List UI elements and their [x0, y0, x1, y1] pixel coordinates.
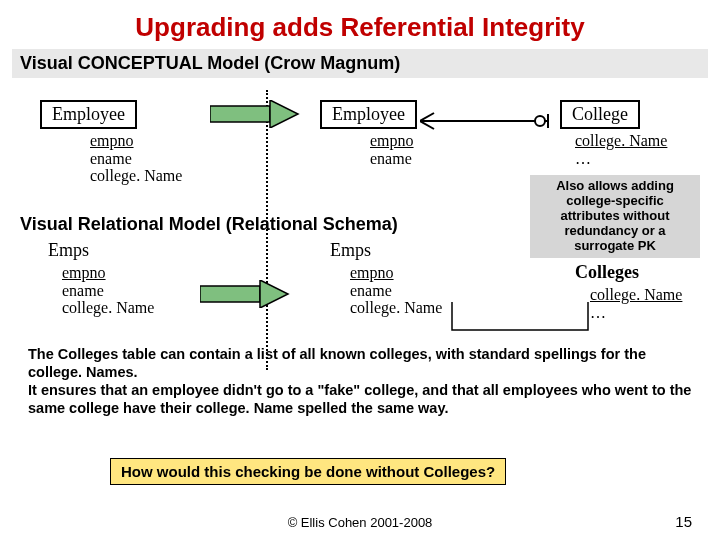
attr: … — [575, 150, 667, 168]
svg-marker-8 — [260, 280, 288, 308]
attrs-employee-left: empno ename college. Name — [90, 132, 182, 185]
attrs-college: college. Name … — [575, 132, 667, 167]
attr-pk: empno — [370, 132, 414, 150]
question-box: How would this checking be done without … — [110, 458, 506, 485]
entity-employee-left: Employee — [40, 100, 137, 129]
relation-emps-right: Emps — [330, 240, 371, 261]
upgrade-arrow-icon — [200, 280, 290, 312]
relation-colleges: Colleges — [575, 262, 639, 283]
page-number: 15 — [675, 513, 692, 530]
svg-rect-7 — [200, 286, 260, 302]
slide-title: Upgrading adds Referential Integrity — [0, 0, 720, 43]
fk-line — [450, 300, 590, 344]
attr-pk: empno — [62, 264, 154, 282]
entity-college: College — [560, 100, 640, 129]
attr: ename — [370, 150, 414, 168]
attrs-employee-right: empno ename — [370, 132, 414, 167]
relation-emps-left: Emps — [48, 240, 89, 261]
attr: … — [590, 304, 682, 322]
attr: college. Name — [62, 299, 154, 317]
attr-pk: college. Name — [575, 132, 667, 150]
relattrs-emps-right: empno ename college. Name — [350, 264, 442, 317]
section-relational: Visual Relational Model (Relational Sche… — [12, 210, 406, 239]
entity-employee-right: Employee — [320, 100, 417, 129]
attr: college. Name — [90, 167, 182, 185]
svg-line-3 — [420, 113, 434, 121]
copyright: © Ellis Cohen 2001-2008 — [0, 515, 720, 530]
attr-pk: empno — [90, 132, 182, 150]
section-conceptual: Visual CONCEPTUAL Model (Crow Magnum) — [12, 49, 708, 78]
svg-line-4 — [420, 121, 434, 129]
explanation-text: The Colleges table can contain a list of… — [28, 345, 692, 418]
svg-marker-1 — [270, 100, 298, 128]
upgrade-arrow-icon — [210, 100, 300, 132]
svg-point-5 — [535, 116, 545, 126]
relattrs-colleges: college. Name … — [590, 286, 682, 321]
relationship-line — [420, 112, 562, 134]
note-box: Also allows adding college-specific attr… — [530, 175, 700, 258]
attr: ename — [90, 150, 182, 168]
attr: ename — [62, 282, 154, 300]
attr-pk: college. Name — [590, 286, 682, 304]
relattrs-emps-left: empno ename college. Name — [62, 264, 154, 317]
attr-pk: empno — [350, 264, 442, 282]
attr: ename — [350, 282, 442, 300]
svg-rect-0 — [210, 106, 270, 122]
attr: college. Name — [350, 299, 442, 317]
